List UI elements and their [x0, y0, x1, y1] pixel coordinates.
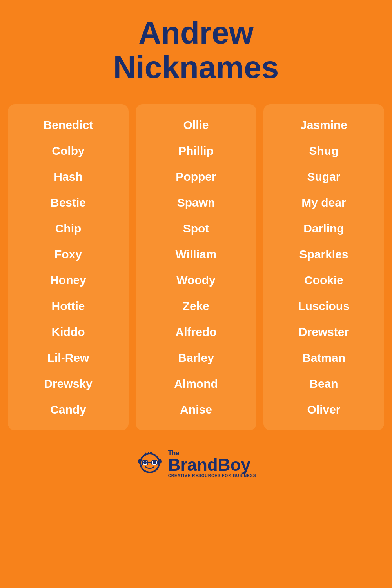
nickname-item: Alfredo	[140, 319, 252, 345]
page-title: AndrewNicknames	[113, 16, 279, 85]
nickname-item: Benedict	[12, 112, 125, 138]
nickname-item: Drewsky	[12, 371, 125, 397]
brandboy-icon	[136, 450, 163, 478]
nickname-item: Kiddo	[12, 319, 125, 345]
svg-point-8	[153, 461, 156, 464]
nickname-item: Batman	[267, 345, 380, 371]
nickname-item: Drewster	[267, 319, 380, 345]
nickname-item: Bean	[267, 371, 380, 397]
nickname-item: Foxy	[12, 241, 125, 267]
nickname-item: Barley	[140, 345, 252, 371]
nickname-item: Phillip	[140, 138, 252, 164]
nickname-item: Cookie	[267, 267, 380, 293]
nickname-item: Popper	[140, 164, 252, 190]
nickname-item: William	[140, 241, 252, 267]
nickname-item: Oliver	[267, 397, 380, 423]
nicknames-grid: BenedictColbyHashBestieChipFoxyHoneyHott…	[8, 104, 384, 430]
nickname-item: Candy	[12, 397, 125, 423]
footer-logo: The BrandBoy Creative Resources for Busi…	[136, 450, 256, 478]
logo-brandboy-label: BrandBoy	[168, 456, 256, 474]
nickname-item: Colby	[12, 138, 125, 164]
nickname-item: Zeke	[140, 293, 252, 319]
nickname-item: Bestie	[12, 190, 125, 216]
nickname-item: Sugar	[267, 164, 380, 190]
nickname-item: Almond	[140, 371, 252, 397]
svg-point-7	[143, 461, 147, 464]
nickname-item: Chip	[12, 216, 125, 241]
nickname-item: Woody	[140, 267, 252, 293]
nickname-item: My dear	[267, 190, 380, 216]
column-3: JasmineShugSugarMy dearDarlingSparklesCo…	[263, 104, 384, 430]
column-2: OlliePhillipPopperSpawnSpotWilliamWoodyZ…	[136, 104, 256, 430]
nickname-item: Hottie	[12, 293, 125, 319]
nickname-item: Shug	[267, 138, 380, 164]
svg-marker-10	[149, 451, 152, 454]
nickname-item: Luscious	[267, 293, 380, 319]
logo-text: The BrandBoy Creative Resources for Busi…	[168, 450, 256, 478]
nickname-item: Sparkles	[267, 241, 380, 267]
column-1: BenedictColbyHashBestieChipFoxyHoneyHott…	[8, 104, 129, 430]
nickname-item: Jasmine	[267, 112, 380, 138]
nickname-item: Honey	[12, 267, 125, 293]
nickname-item: Spawn	[140, 190, 252, 216]
nickname-item: Anise	[140, 397, 252, 423]
logo-tagline-label: Creative Resources for Business	[168, 474, 256, 478]
nickname-item: Lil-Rew	[12, 345, 125, 371]
nickname-item: Hash	[12, 164, 125, 190]
nickname-item: Spot	[140, 216, 252, 241]
nickname-item: Darling	[267, 216, 380, 241]
nickname-item: Ollie	[140, 112, 252, 138]
